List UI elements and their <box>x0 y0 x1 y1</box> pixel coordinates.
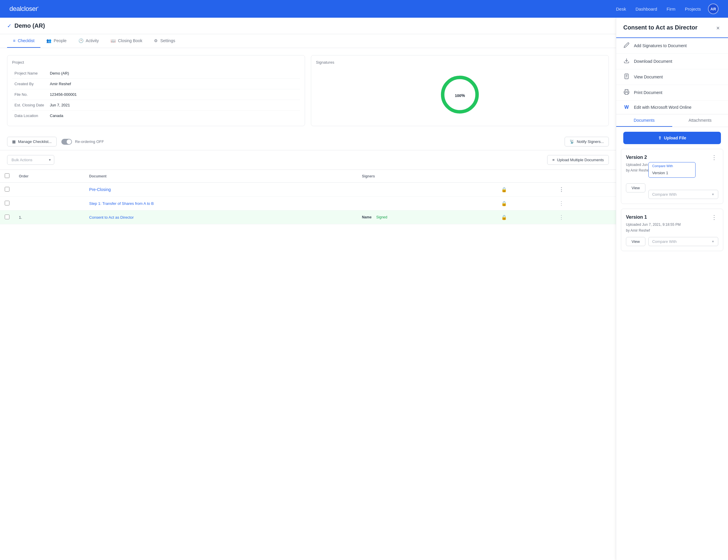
table-row: Created By Amir Reshef <box>12 79 300 89</box>
pre-closing-link[interactable]: Pre-Closing <box>89 187 111 192</box>
close-panel-button[interactable]: × <box>715 24 721 33</box>
right-panel-header: Consent to Act as Director × <box>616 18 728 38</box>
version-1-view-button[interactable]: View <box>626 237 645 246</box>
logo-main: deal <box>9 5 21 12</box>
closing-book-icon: 📖 <box>111 38 116 43</box>
nav-desk[interactable]: Desk <box>616 6 626 12</box>
rp-tab-documents[interactable]: Documents <box>616 114 672 127</box>
signatures-chart: 100% <box>316 68 604 121</box>
right-panel: Consent to Act as Director × Add Signatu… <box>616 18 728 560</box>
version-1-more-button[interactable]: ⋮ <box>710 214 718 221</box>
table-row: Data Location Canada <box>12 111 300 121</box>
tab-activity[interactable]: 🕐 Activity <box>73 34 105 48</box>
bulk-actions-select[interactable]: Bulk Actions <box>7 155 54 165</box>
download-doc-label: Download Document <box>634 59 672 64</box>
project-header: ✓ Demo (AR) <box>0 18 616 34</box>
signature-icon <box>623 42 630 49</box>
consent-doc-link[interactable]: Consent to Act as Director <box>89 215 134 220</box>
nav-projects[interactable]: Projects <box>685 6 701 12</box>
consent-row: 1. Consent to Act as Director Name Signe… <box>0 211 616 224</box>
signer-badge: Name Signed <box>362 214 390 220</box>
nav-firm[interactable]: Firm <box>667 6 675 12</box>
user-avatar[interactable]: AR <box>708 4 719 14</box>
bulk-actions-wrapper: Bulk Actions ▼ <box>7 155 54 165</box>
activity-icon: 🕐 <box>78 38 83 43</box>
version-1-compare-dropdown: Compare With ▼ <box>648 237 718 246</box>
version-2-more-button[interactable]: ⋮ <box>710 154 718 161</box>
tab-people[interactable]: 👥 People <box>40 34 73 48</box>
upload-multiple-button[interactable]: ≡ Upload Multiple Documents <box>547 155 609 165</box>
app-logo: dealcloser¹ <box>9 5 38 13</box>
project-info-title: Project <box>12 60 300 65</box>
version-2-actions: View Compare With Version 1 Compare With… <box>626 177 718 199</box>
table-row: Est. Closing Date Jun 7, 2021 <box>12 100 300 111</box>
upload-icon: ⇧ <box>658 136 662 140</box>
list-icon: ≡ <box>552 158 555 162</box>
manage-checklist-button[interactable]: ▦ Manage Checklist... <box>7 137 57 147</box>
main-nav: Desk Dashboard Firm Projects <box>616 6 701 12</box>
signer-name: Name <box>362 215 372 219</box>
step1-checkbox[interactable] <box>5 201 9 206</box>
lock-icon: 🔒 <box>501 201 507 206</box>
table-header-row: Order Document Signers <box>0 170 616 183</box>
signed-status-badge: Signed <box>373 214 390 220</box>
more-options-icon[interactable]: ⋮ <box>558 185 565 194</box>
download-doc-action[interactable]: Download Document <box>616 54 728 69</box>
toggle-knob <box>67 139 71 144</box>
app-header: dealcloser¹ Desk Dashboard Firm Projects… <box>0 0 728 18</box>
compare-version1-option[interactable]: Version 1 <box>649 168 695 178</box>
bulk-actions-area: Bulk Actions ▼ ≡ Upload Multiple Documen… <box>0 150 616 170</box>
checklist-icon: ≡ <box>13 38 15 43</box>
settings-icon: ⚙ <box>154 38 158 43</box>
progress-label: 100% <box>455 91 465 99</box>
version-2-title: Version 2 <box>626 155 647 160</box>
tab-checklist[interactable]: ≡ Checklist <box>7 34 40 48</box>
left-panel: ✓ Demo (AR) ≡ Checklist 👥 People 🕐 Activ… <box>0 18 616 560</box>
more-options-icon[interactable]: ⋮ <box>558 213 565 221</box>
table-row: Step 1: Transfer of Shares from A to B 🔒… <box>0 197 616 211</box>
project-info-card: Project Project Name Demo (AR) Created B… <box>7 55 305 126</box>
group-header-pre-closing: Pre-Closing 🔒 ⋮ <box>0 183 616 197</box>
main-layout: ✓ Demo (AR) ≡ Checklist 👥 People 🕐 Activ… <box>0 18 728 560</box>
project-title: Demo (AR) <box>14 22 45 29</box>
signatures-card: Signatures 100% <box>311 55 609 126</box>
version-2-compare-button[interactable]: Compare With ▼ <box>648 190 718 199</box>
rp-tab-attachments[interactable]: Attachments <box>672 114 728 127</box>
order-column-header: Order <box>14 170 84 183</box>
print-doc-action[interactable]: Print Document <box>616 85 728 101</box>
version-1-header: Version 1 ⋮ <box>626 214 718 221</box>
version-1-compare-button[interactable]: Compare With ▼ <box>648 237 718 246</box>
tab-settings[interactable]: ⚙ Settings <box>148 34 181 48</box>
nav-dashboard[interactable]: Dashboard <box>635 6 657 12</box>
upload-file-button[interactable]: ⇧ Upload File <box>623 132 721 144</box>
chevron-down-icon: ▼ <box>711 193 714 196</box>
edit-word-label: Edit with Microsoft Word Online <box>634 105 691 110</box>
more-options-icon[interactable]: ⋮ <box>558 199 565 208</box>
version-1-actions: View Compare With ▼ <box>626 237 718 246</box>
right-panel-tabs: Documents Attachments <box>616 114 728 127</box>
download-icon <box>623 58 630 65</box>
reordering-label: Re-ordering OFF <box>75 139 104 144</box>
tab-closing-book[interactable]: 📖 Closing Book <box>105 34 148 48</box>
edit-word-action[interactable]: W Edit with Microsoft Word Online <box>616 101 728 114</box>
version-2-view-button[interactable]: View <box>626 183 645 193</box>
project-info-table: Project Name Demo (AR) Created By Amir R… <box>12 68 300 121</box>
step1-doc-link[interactable]: Step 1: Transfer of Shares from A to B <box>89 201 154 206</box>
progress-circle: 100% <box>439 74 481 115</box>
print-icon <box>623 89 630 96</box>
compare-dropdown-menu: Compare With Version 1 <box>648 162 696 178</box>
project-verified-icon: ✓ <box>7 23 12 29</box>
reordering-toggle[interactable] <box>61 139 72 145</box>
view-doc-action[interactable]: View Document <box>616 69 728 85</box>
lock-icon: 🔒 <box>501 187 507 192</box>
people-icon: 👥 <box>46 38 51 43</box>
version-2-compare-dropdown: Compare With Version 1 Compare With ▼ <box>648 177 718 199</box>
select-all-checkbox[interactable] <box>5 173 9 178</box>
consent-checkbox[interactable] <box>5 215 9 219</box>
notify-signers-button[interactable]: 📡 Notify Signers... <box>565 137 609 147</box>
checklist-toolbar: ▦ Manage Checklist... Re-ordering OFF 📡 … <box>0 133 616 150</box>
pre-closing-checkbox[interactable] <box>5 187 9 192</box>
word-icon: W <box>623 105 630 110</box>
signers-column-header: Signers <box>357 170 496 183</box>
add-signatures-action[interactable]: Add Signatures to Document <box>616 38 728 54</box>
